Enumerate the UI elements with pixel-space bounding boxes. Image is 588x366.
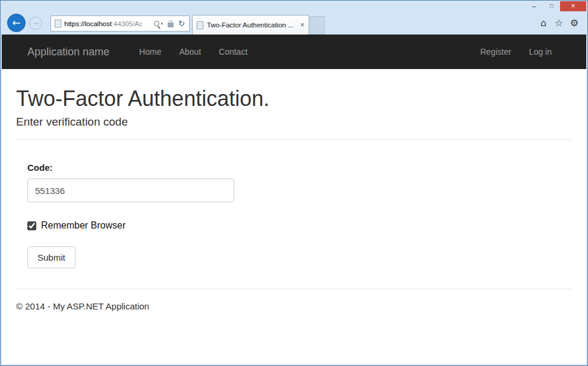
address-bar[interactable]: https://localhost:44305/Ac ▾ ↻ (51, 15, 190, 32)
page-title: Two-Factor Authentication. (16, 86, 572, 111)
new-tab-button[interactable] (310, 16, 325, 35)
close-window-button[interactable]: × (560, 1, 586, 11)
divider (16, 139, 572, 140)
submit-button[interactable]: Submit (27, 246, 76, 268)
favorites-star-icon[interactable]: ☆ (554, 17, 564, 29)
navbar-account-links: Register Log in (471, 47, 561, 57)
chevron-down-icon: ▾ (161, 21, 163, 26)
navbar-links: Home About Contact (130, 47, 256, 57)
nav-link-home[interactable]: Home (130, 47, 170, 57)
site-navbar: Application name Home About Contact Regi… (2, 35, 586, 69)
page-icon (55, 20, 61, 27)
settings-gear-icon[interactable]: ⚙ (569, 17, 580, 29)
code-label: Code: (27, 162, 572, 173)
main-content: Two-Factor Authentication. Enter verific… (2, 69, 586, 311)
nav-link-about[interactable]: About (170, 47, 210, 57)
remember-browser-checkbox[interactable] (27, 221, 36, 230)
nav-link-login[interactable]: Log in (520, 47, 561, 57)
code-input[interactable] (27, 179, 234, 202)
minimize-button[interactable]: – (526, 1, 542, 11)
maximize-button[interactable]: □ (543, 1, 560, 11)
url-path: :44305/Ac (112, 20, 143, 27)
refresh-button[interactable]: ↻ (176, 16, 187, 31)
page-subtitle: Enter verification code (16, 115, 572, 129)
refresh-icon: ↻ (178, 20, 185, 27)
url-host: https://localhost (64, 20, 112, 27)
nav-link-contact[interactable]: Contact (210, 47, 256, 57)
home-icon[interactable]: ⌂ (538, 17, 549, 29)
navbar-brand[interactable]: Application name (27, 46, 109, 58)
remember-browser-label: Remember Browser (41, 220, 125, 231)
forward-button[interactable]: → (29, 17, 42, 30)
page-icon (197, 21, 203, 29)
browser-window: – □ × ← → https://localhost:44305/Ac ▾ ↻ (0, 0, 588, 366)
security-report-button[interactable] (165, 16, 176, 31)
nav-link-register[interactable]: Register (471, 47, 520, 57)
tab-close-icon[interactable]: × (300, 21, 304, 29)
footer-copyright: © 2014 - My ASP.NET Application (16, 301, 572, 311)
search-icon (154, 21, 159, 26)
back-button[interactable]: ← (7, 14, 26, 32)
browser-tab[interactable]: Two-Factor Authentication ... × (192, 15, 309, 35)
verify-code-form: Code: Remember Browser Submit (27, 162, 572, 268)
divider (16, 289, 572, 289)
web-page: Application name Home About Contact Regi… (2, 35, 586, 364)
lock-icon (168, 23, 174, 27)
tab-title: Two-Factor Authentication ... (207, 21, 297, 29)
search-dropdown-button[interactable]: ▾ (152, 16, 166, 31)
url-text: https://localhost:44305/Ac (64, 20, 152, 27)
